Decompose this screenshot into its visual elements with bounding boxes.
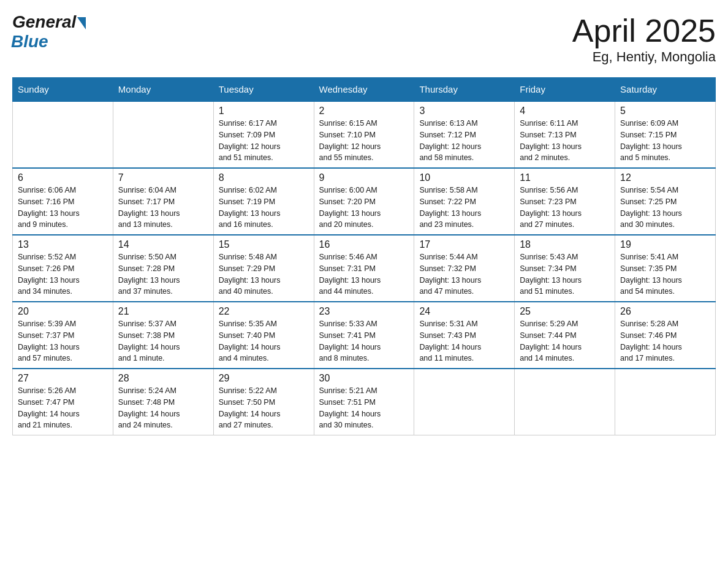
day-info: Sunrise: 5:52 AMSunset: 7:26 PMDaylight:… xyxy=(18,251,108,297)
calendar-day-cell: 8Sunrise: 6:02 AMSunset: 7:19 PMDaylight… xyxy=(213,168,314,235)
calendar-title: April 2025 xyxy=(572,12,716,49)
day-number: 8 xyxy=(219,172,309,183)
calendar-day-cell xyxy=(113,101,213,168)
day-number: 16 xyxy=(319,239,409,250)
day-of-week-header: Saturday xyxy=(615,78,716,102)
day-info: Sunrise: 6:13 AMSunset: 7:12 PMDaylight:… xyxy=(419,118,509,164)
day-info: Sunrise: 5:24 AMSunset: 7:48 PMDaylight:… xyxy=(118,385,208,431)
calendar-day-cell: 7Sunrise: 6:04 AMSunset: 7:17 PMDaylight… xyxy=(113,168,213,235)
day-info: Sunrise: 5:48 AMSunset: 7:29 PMDaylight:… xyxy=(219,251,309,297)
calendar-day-cell: 12Sunrise: 5:54 AMSunset: 7:25 PMDayligh… xyxy=(615,168,716,235)
calendar-week-row: 6Sunrise: 6:06 AMSunset: 7:16 PMDaylight… xyxy=(13,168,716,235)
calendar-week-row: 13Sunrise: 5:52 AMSunset: 7:26 PMDayligh… xyxy=(13,235,716,302)
calendar-day-cell xyxy=(414,369,515,435)
day-info: Sunrise: 6:17 AMSunset: 7:09 PMDaylight:… xyxy=(219,118,309,164)
calendar-day-cell: 4Sunrise: 6:11 AMSunset: 7:13 PMDaylight… xyxy=(515,101,615,168)
calendar-day-cell: 18Sunrise: 5:43 AMSunset: 7:34 PMDayligh… xyxy=(515,235,615,302)
day-number: 18 xyxy=(520,239,610,250)
day-number: 17 xyxy=(419,239,509,250)
calendar-day-cell: 26Sunrise: 5:28 AMSunset: 7:46 PMDayligh… xyxy=(615,302,716,369)
day-info: Sunrise: 5:58 AMSunset: 7:22 PMDaylight:… xyxy=(419,185,509,231)
day-number: 2 xyxy=(319,105,409,117)
logo: General Blue xyxy=(12,12,86,52)
calendar-subtitle: Eg, Hentiy, Mongolia xyxy=(572,49,716,65)
day-number: 6 xyxy=(18,172,108,183)
calendar-day-cell: 2Sunrise: 6:15 AMSunset: 7:10 PMDaylight… xyxy=(314,101,414,168)
day-info: Sunrise: 5:46 AMSunset: 7:31 PMDaylight:… xyxy=(319,251,409,297)
calendar-day-cell: 22Sunrise: 5:35 AMSunset: 7:40 PMDayligh… xyxy=(213,302,314,369)
day-of-week-header: Wednesday xyxy=(314,78,414,102)
calendar-day-cell: 6Sunrise: 6:06 AMSunset: 7:16 PMDaylight… xyxy=(13,168,113,235)
calendar-week-row: 27Sunrise: 5:26 AMSunset: 7:47 PMDayligh… xyxy=(13,369,716,435)
day-info: Sunrise: 5:31 AMSunset: 7:43 PMDaylight:… xyxy=(419,318,509,364)
day-number: 5 xyxy=(620,105,710,117)
calendar-day-cell: 17Sunrise: 5:44 AMSunset: 7:32 PMDayligh… xyxy=(414,235,515,302)
day-info: Sunrise: 5:39 AMSunset: 7:37 PMDaylight:… xyxy=(18,318,108,364)
calendar-day-cell: 23Sunrise: 5:33 AMSunset: 7:41 PMDayligh… xyxy=(314,302,414,369)
day-number: 11 xyxy=(520,172,610,183)
day-number: 3 xyxy=(419,105,509,117)
calendar-day-cell: 10Sunrise: 5:58 AMSunset: 7:22 PMDayligh… xyxy=(414,168,515,235)
day-info: Sunrise: 5:37 AMSunset: 7:38 PMDaylight:… xyxy=(118,318,208,364)
day-info: Sunrise: 5:35 AMSunset: 7:40 PMDaylight:… xyxy=(219,318,309,364)
calendar-day-cell: 1Sunrise: 6:17 AMSunset: 7:09 PMDaylight… xyxy=(213,101,314,168)
day-number: 26 xyxy=(620,306,710,317)
day-info: Sunrise: 6:11 AMSunset: 7:13 PMDaylight:… xyxy=(520,118,610,164)
day-info: Sunrise: 5:43 AMSunset: 7:34 PMDaylight:… xyxy=(520,251,610,297)
day-info: Sunrise: 6:00 AMSunset: 7:20 PMDaylight:… xyxy=(319,185,409,231)
day-of-week-header: Thursday xyxy=(414,78,515,102)
calendar-day-cell: 9Sunrise: 6:00 AMSunset: 7:20 PMDaylight… xyxy=(314,168,414,235)
calendar-day-cell: 27Sunrise: 5:26 AMSunset: 7:47 PMDayligh… xyxy=(13,369,113,435)
day-number: 29 xyxy=(219,373,309,384)
calendar-week-row: 1Sunrise: 6:17 AMSunset: 7:09 PMDaylight… xyxy=(13,101,716,168)
day-of-week-header: Sunday xyxy=(13,78,113,102)
logo-blue-text: Blue xyxy=(11,32,48,52)
day-number: 13 xyxy=(18,239,108,250)
day-number: 7 xyxy=(118,172,208,183)
day-info: Sunrise: 6:15 AMSunset: 7:10 PMDaylight:… xyxy=(319,118,409,164)
calendar-header-row: SundayMondayTuesdayWednesdayThursdayFrid… xyxy=(13,78,716,102)
calendar-day-cell xyxy=(615,369,716,435)
calendar-day-cell: 21Sunrise: 5:37 AMSunset: 7:38 PMDayligh… xyxy=(113,302,213,369)
calendar-day-cell: 5Sunrise: 6:09 AMSunset: 7:15 PMDaylight… xyxy=(615,101,716,168)
calendar-day-cell: 28Sunrise: 5:24 AMSunset: 7:48 PMDayligh… xyxy=(113,369,213,435)
day-number: 15 xyxy=(219,239,309,250)
day-info: Sunrise: 5:44 AMSunset: 7:32 PMDaylight:… xyxy=(419,251,509,297)
day-info: Sunrise: 5:56 AMSunset: 7:23 PMDaylight:… xyxy=(520,185,610,231)
day-info: Sunrise: 6:04 AMSunset: 7:17 PMDaylight:… xyxy=(118,185,208,231)
calendar-day-cell: 13Sunrise: 5:52 AMSunset: 7:26 PMDayligh… xyxy=(13,235,113,302)
day-number: 30 xyxy=(319,373,409,384)
day-number: 27 xyxy=(18,373,108,384)
title-section: April 2025 Eg, Hentiy, Mongolia xyxy=(572,12,716,65)
day-number: 19 xyxy=(620,239,710,250)
calendar-day-cell: 19Sunrise: 5:41 AMSunset: 7:35 PMDayligh… xyxy=(615,235,716,302)
day-info: Sunrise: 6:09 AMSunset: 7:15 PMDaylight:… xyxy=(620,118,710,164)
day-number: 20 xyxy=(18,306,108,317)
day-number: 10 xyxy=(419,172,509,183)
day-info: Sunrise: 6:02 AMSunset: 7:19 PMDaylight:… xyxy=(219,185,309,231)
day-number: 25 xyxy=(520,306,610,317)
day-info: Sunrise: 5:50 AMSunset: 7:28 PMDaylight:… xyxy=(118,251,208,297)
day-info: Sunrise: 5:33 AMSunset: 7:41 PMDaylight:… xyxy=(319,318,409,364)
day-info: Sunrise: 5:26 AMSunset: 7:47 PMDaylight:… xyxy=(18,385,108,431)
day-number: 28 xyxy=(118,373,208,384)
calendar-week-row: 20Sunrise: 5:39 AMSunset: 7:37 PMDayligh… xyxy=(13,302,716,369)
day-number: 22 xyxy=(219,306,309,317)
day-of-week-header: Tuesday xyxy=(213,78,314,102)
calendar-day-cell: 15Sunrise: 5:48 AMSunset: 7:29 PMDayligh… xyxy=(213,235,314,302)
calendar-day-cell: 25Sunrise: 5:29 AMSunset: 7:44 PMDayligh… xyxy=(515,302,615,369)
calendar-day-cell: 14Sunrise: 5:50 AMSunset: 7:28 PMDayligh… xyxy=(113,235,213,302)
calendar-day-cell: 24Sunrise: 5:31 AMSunset: 7:43 PMDayligh… xyxy=(414,302,515,369)
logo-arrow-icon xyxy=(77,17,86,29)
day-info: Sunrise: 5:22 AMSunset: 7:50 PMDaylight:… xyxy=(219,385,309,431)
calendar-day-cell: 20Sunrise: 5:39 AMSunset: 7:37 PMDayligh… xyxy=(13,302,113,369)
day-info: Sunrise: 5:41 AMSunset: 7:35 PMDaylight:… xyxy=(620,251,710,297)
day-number: 9 xyxy=(319,172,409,183)
day-number: 4 xyxy=(520,105,610,117)
day-number: 12 xyxy=(620,172,710,183)
day-number: 14 xyxy=(118,239,208,250)
day-info: Sunrise: 5:21 AMSunset: 7:51 PMDaylight:… xyxy=(319,385,409,431)
day-number: 24 xyxy=(419,306,509,317)
day-number: 21 xyxy=(118,306,208,317)
day-info: Sunrise: 5:54 AMSunset: 7:25 PMDaylight:… xyxy=(620,185,710,231)
